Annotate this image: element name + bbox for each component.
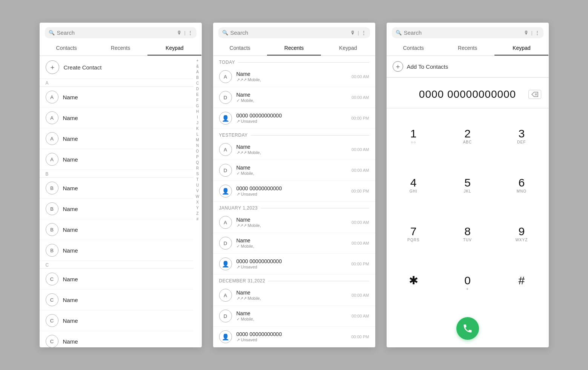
backspace-button[interactable] xyxy=(528,90,541,99)
avatar: D xyxy=(219,310,232,322)
tab-keypad-1[interactable]: Keypad xyxy=(147,41,201,55)
contact-name: Name xyxy=(63,338,78,345)
add-to-contacts-button[interactable]: Add To Contacts xyxy=(407,63,448,70)
keypad-grid: 1 ○○ 2 ABC 3 DEF 4 GHI 5 JKL 6 MNO xyxy=(387,108,549,312)
tab-contacts-1[interactable]: Contacts xyxy=(40,41,94,55)
recent-sub: ↗ Unsaved xyxy=(236,338,347,342)
section-b: B xyxy=(40,170,193,178)
search-bar-2[interactable]: 🔍 🎙 | ⋮ xyxy=(218,27,370,38)
contact-row[interactable]: BName xyxy=(40,178,193,199)
recent-row[interactable]: D Name ✓ Mobile, 00:00 AM xyxy=(213,87,375,108)
search-bar-1[interactable]: 🔍 🎙 | ⋮ xyxy=(45,27,197,38)
recent-sub: ✓ Mobile, xyxy=(236,171,347,176)
key-7[interactable]: 7 PQRS xyxy=(387,210,441,259)
search-input-2[interactable] xyxy=(230,29,349,36)
key-4[interactable]: 4 GHI xyxy=(387,161,441,210)
recent-row[interactable]: 👤 0000 00000000000 ↗ Unsaved 00:00 PM xyxy=(213,327,375,347)
mic-icon-3[interactable]: 🎙 xyxy=(524,30,529,35)
recent-info: Name ✓ Mobile, xyxy=(236,310,347,322)
avatar: C xyxy=(46,335,58,347)
recent-row[interactable]: A Name ↗↗↗ Mobile, 00:00 AM xyxy=(213,139,375,160)
tab-recents-2[interactable]: Recents xyxy=(267,41,321,55)
avatar: A xyxy=(219,289,232,302)
avatar: B xyxy=(46,223,58,236)
tab-recents-1[interactable]: Recents xyxy=(94,41,147,55)
contact-row[interactable]: AName xyxy=(40,108,193,128)
contact-row[interactable]: AName xyxy=(40,87,193,108)
tabs-1: Contacts Recents Keypad xyxy=(40,41,202,56)
create-contact-icon: ＋ xyxy=(46,60,59,74)
recent-name: Name xyxy=(236,144,347,150)
create-contact-row[interactable]: ＋ Create Contact xyxy=(40,56,193,79)
key-3[interactable]: 3 DEF xyxy=(494,112,548,161)
key-hash[interactable]: # xyxy=(494,259,548,308)
tab-recents-3[interactable]: Recents xyxy=(441,41,494,55)
contact-row[interactable]: BName xyxy=(40,199,193,219)
key-letters: ABC xyxy=(463,140,472,145)
recent-row[interactable]: 👤 0000 00000000000 ↗ Unsaved 00:00 PM xyxy=(213,254,375,274)
recent-time: 00:00 AM xyxy=(352,293,369,298)
add-contacts-row[interactable]: ＋ Add To Contacts xyxy=(387,56,549,77)
key-6[interactable]: 6 MNO xyxy=(494,161,548,210)
recent-row[interactable]: D Name ✓ Mobile, 00:00 AM xyxy=(213,160,375,181)
recent-row[interactable]: A Name ↗↗↗ Mobile, 00:00 AM xyxy=(213,285,375,306)
more-icon-1[interactable]: ⋮ xyxy=(188,30,193,35)
mic-icon-1[interactable]: 🎙 xyxy=(177,30,182,35)
contact-row[interactable]: AName xyxy=(40,128,193,149)
contact-row[interactable]: CName xyxy=(40,269,193,290)
tab-keypad-2[interactable]: Keypad xyxy=(321,41,375,55)
tabs-3: Contacts Recents Keypad xyxy=(387,41,549,56)
recent-row[interactable]: 👤 0000 00000000000 ↗ Unsaved 00:00 PM xyxy=(213,108,375,129)
key-5[interactable]: 5 JKL xyxy=(441,161,494,210)
recent-time: 00:00 AM xyxy=(352,95,369,100)
contact-row[interactable]: CName xyxy=(40,310,193,331)
recent-row[interactable]: D Name ✓ Mobile, 00:00 AM xyxy=(213,306,375,327)
search-bar-3[interactable]: 🔍 🎙 | ⋮ xyxy=(392,27,543,38)
recent-sub: ↗ Unsaved xyxy=(236,192,347,197)
call-button[interactable] xyxy=(456,317,479,340)
search-icon-1: 🔍 xyxy=(49,30,55,35)
section-c: C xyxy=(40,261,193,269)
tab-contacts-2[interactable]: Contacts xyxy=(213,41,267,55)
contact-row[interactable]: BName xyxy=(40,240,193,261)
recent-name: Name xyxy=(236,237,347,244)
more-icon-3[interactable]: ⋮ xyxy=(535,30,540,35)
recent-row[interactable]: A Name ↗↗↗ Mobile, 00:00 AM xyxy=(213,212,375,233)
key-digit: 7 xyxy=(410,226,417,237)
search-input-1[interactable] xyxy=(57,29,175,36)
contact-row[interactable]: CName xyxy=(40,290,193,310)
recent-time: 00:00 AM xyxy=(352,74,369,79)
recent-row[interactable]: D Name ✓ Mobile, 00:00 AM xyxy=(213,233,375,254)
contact-name: Name xyxy=(63,297,78,303)
search-input-3[interactable] xyxy=(404,29,522,36)
call-btn-row xyxy=(387,312,549,347)
key-1[interactable]: 1 ○○ xyxy=(387,112,441,161)
more-icon-2[interactable]: ⋮ xyxy=(361,30,366,35)
divider-3: | xyxy=(531,30,532,35)
avatar: D xyxy=(219,237,232,250)
recent-sub: ↗↗↗ Mobile, xyxy=(236,223,347,228)
contact-row[interactable]: BName xyxy=(40,219,193,240)
contact-row[interactable]: CName xyxy=(40,331,193,347)
recent-time: 00:00 AM xyxy=(352,147,369,152)
mic-icon-2[interactable]: 🎙 xyxy=(350,30,355,35)
key-0[interactable]: 0 + xyxy=(441,259,494,308)
key-digit: 2 xyxy=(464,128,471,139)
recent-info: Name ↗↗↗ Mobile, xyxy=(236,217,347,228)
avatar: B xyxy=(46,182,58,194)
contact-name: Name xyxy=(63,115,78,121)
key-8[interactable]: 8 TUV xyxy=(441,210,494,259)
contact-name: Name xyxy=(63,247,78,254)
key-2[interactable]: 2 ABC xyxy=(441,112,494,161)
recent-row[interactable]: A Name ↗↗↗ Mobile, 00:00 AM xyxy=(213,66,375,87)
contact-row[interactable]: AName xyxy=(40,149,193,170)
key-letters: + xyxy=(466,287,469,292)
key-9[interactable]: 9 WXYZ xyxy=(494,210,548,259)
key-digit: 3 xyxy=(518,128,525,139)
recent-row[interactable]: 👤 0000 00000000000 ↗ Unsaved 00:00 PM xyxy=(213,181,375,202)
tab-keypad-3[interactable]: Keypad xyxy=(494,41,548,55)
recent-time: 00:00 PM xyxy=(351,335,369,339)
tab-contacts-3[interactable]: Contacts xyxy=(387,41,441,55)
key-letters: ○○ xyxy=(411,140,416,145)
key-star[interactable]: ✱ xyxy=(387,259,441,308)
